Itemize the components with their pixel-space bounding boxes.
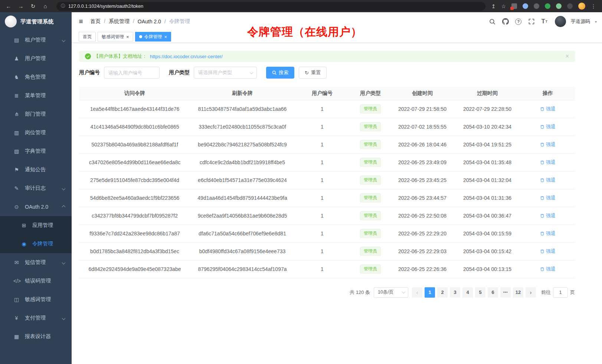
extension-icon[interactable] — [523, 3, 528, 9]
search-icon — [272, 70, 277, 75]
action-cell: 强退 — [521, 189, 575, 207]
breadcrumb-item[interactable]: 系统管理 — [109, 18, 138, 25]
extension-icon[interactable] — [511, 3, 517, 9]
app-title: 芋道管理系统 — [20, 18, 54, 25]
trash-icon — [540, 214, 544, 218]
force-logout-button[interactable]: 强退 — [540, 141, 556, 148]
breadcrumb-item[interactable]: 首页 — [90, 18, 109, 25]
sidebar-item-dict-mgmt[interactable]: ▧ 字典管理 — [0, 142, 72, 161]
sidebar-item-role-mgmt[interactable]: ♞ 角色管理 — [0, 68, 72, 86]
sidebar-item-audit-log[interactable]: ✎ 审计日志 — [0, 179, 72, 198]
page-button[interactable]: 2 — [437, 287, 448, 298]
github-icon[interactable] — [501, 17, 510, 26]
force-logout-button[interactable]: 强退 — [540, 106, 556, 112]
close-icon[interactable]: × — [126, 34, 129, 39]
force-logout-button[interactable]: 强退 — [540, 159, 556, 166]
sidebar-item-label: 租户管理 — [25, 37, 46, 43]
address-bar[interactable]: ⓘ 127.0.0.1:1024/system/oauth2/token — [56, 2, 485, 11]
tab-sensitive-word-mgmt[interactable]: 敏感词管理 × — [98, 32, 133, 42]
prev-page-button[interactable]: ‹ — [412, 287, 422, 298]
reload-icon[interactable]: ↻ — [28, 1, 38, 11]
app-shell: 芋道管理系统 ▤ 租户管理 ♟ 用户管理 ♞ 角色管理 ≣ 菜单 — [0, 12, 602, 364]
page-button[interactable]: 6 — [488, 287, 498, 298]
sidebar-item-label: 应用管理 — [32, 222, 53, 229]
tab-token-mgmt[interactable]: 令牌管理 × — [135, 32, 171, 42]
doc-link[interactable]: https://doc.iocoder.cn/user-center/ — [150, 54, 223, 59]
back-icon[interactable]: ← — [4, 1, 13, 11]
refresh-token-cell: e6cfd40eb1f54571a31e775e039c4624 — [190, 171, 294, 189]
sidebar-item-tenant-mgmt[interactable]: ▤ 租户管理 — [0, 31, 72, 49]
sidebar-item-label: OAuth 2.0 — [25, 204, 48, 210]
page-button[interactable]: 3 — [450, 287, 460, 298]
sidebar-item-menu-mgmt[interactable]: ≣ 菜单管理 — [0, 86, 72, 105]
hamburger-icon[interactable]: ≡ — [72, 12, 90, 31]
force-logout-button[interactable]: 强退 — [540, 123, 556, 130]
force-logout-button[interactable]: 强退 — [540, 266, 556, 272]
forward-icon[interactable]: → — [16, 1, 26, 11]
more-pages-button[interactable]: ⋯ — [500, 287, 511, 298]
sidebar-item-dept-mgmt[interactable]: ⋔ 部门管理 — [0, 105, 72, 123]
breadcrumb-item[interactable]: OAuth 2.0 — [138, 19, 169, 24]
sidebar-item-app-mgmt[interactable]: ⊞ 应用管理 — [0, 216, 72, 235]
force-logout-button[interactable]: 强退 — [540, 248, 556, 255]
action-cell: 强退 — [521, 153, 575, 171]
force-logout-button[interactable]: 强退 — [540, 230, 556, 237]
sidebar-item-sms-mgmt[interactable]: ✉ 短信管理 — [0, 253, 72, 272]
tab-home[interactable]: 首页 — [79, 32, 96, 42]
user-name[interactable]: 芋道源码 — [571, 18, 590, 25]
search-button[interactable]: 搜索 — [266, 67, 294, 79]
force-logout-button[interactable]: 强退 — [540, 212, 556, 219]
home-icon[interactable]: ⌂ — [40, 1, 50, 11]
sidebar-item-report-designer[interactable]: ▦ 报表设计器 — [0, 327, 72, 346]
bookmark-star-icon[interactable]: ☆ — [501, 3, 506, 9]
help-icon[interactable]: ? — [514, 17, 523, 26]
audit-icon: ✎ — [13, 185, 20, 191]
font-size-icon[interactable]: T — [540, 17, 549, 26]
reset-button[interactable]: ↻ 重置 — [299, 67, 327, 79]
page-button[interactable]: 4 — [462, 287, 473, 298]
sidebar-item-payment-mgmt[interactable]: ¥ 支付管理 — [0, 309, 72, 327]
sidebar-item-post-mgmt[interactable]: ▥ 岗位管理 — [0, 123, 72, 142]
extension-icon[interactable] — [556, 3, 562, 9]
user-type-cell: 管理员 — [350, 189, 391, 207]
browser-profile-avatar[interactable] — [578, 3, 585, 10]
sidebar-item-user-mgmt[interactable]: ♟ 用户管理 — [0, 49, 72, 68]
app-logo[interactable]: 芋道管理系统 — [0, 12, 72, 31]
sidebar-item-error-code-mgmt[interactable]: </> 错误码管理 — [0, 272, 72, 290]
page-button[interactable]: 1 — [425, 287, 435, 298]
search-icon[interactable] — [488, 17, 497, 26]
col-access-token: 访问令牌 — [79, 87, 190, 100]
sidebar-item-sensitive-word-mgmt[interactable]: ◫ 敏感词管理 — [0, 290, 72, 309]
check-circle-icon — [85, 53, 91, 59]
force-logout-button[interactable]: 强退 — [540, 195, 556, 201]
sidebar-item-notice-mgmt[interactable]: ⚑ 通知公告 — [0, 161, 72, 179]
force-logout-button[interactable]: 强退 — [540, 177, 556, 183]
sidebar-item-label: 敏感词管理 — [25, 296, 51, 303]
browser-menu-icon[interactable]: ⋮ — [591, 3, 596, 9]
user-avatar[interactable] — [555, 16, 566, 27]
fullscreen-icon[interactable] — [527, 17, 536, 26]
user-id-cell: 1 — [294, 260, 350, 278]
user-id-cell: 1 — [294, 242, 350, 260]
page-button[interactable]: 5 — [475, 287, 485, 298]
user-type-select[interactable]: 请选择用户类型 — [194, 67, 257, 79]
close-icon[interactable]: × — [566, 53, 569, 60]
extension-icon[interactable] — [567, 3, 573, 9]
sidebar-item-token-mgmt[interactable]: ◉ 令牌管理 — [0, 235, 72, 253]
site-info-icon[interactable]: ⓘ — [61, 3, 65, 9]
action-cell: 强退 — [521, 260, 575, 278]
share-icon[interactable]: ↥ — [491, 3, 496, 9]
goto-page-input[interactable] — [553, 287, 568, 298]
navbar: ≡ 首页 系统管理 OAuth 2.0 令牌管理 ? — [72, 12, 602, 31]
page-size-select[interactable]: 10条/页 — [374, 287, 408, 298]
caret-down-icon[interactable]: ▾ — [595, 20, 597, 24]
expire-time-cell: 2054-03-04 00:36:47 — [454, 207, 521, 225]
sidebar-item-oauth2[interactable]: ⊙ OAuth 2.0 — [0, 198, 72, 216]
next-page-button[interactable]: › — [526, 287, 536, 298]
extension-icon[interactable] — [545, 3, 550, 9]
extension-icon[interactable] — [534, 3, 539, 9]
user-id-input[interactable] — [104, 67, 160, 79]
page-button[interactable]: 12 — [513, 287, 523, 298]
close-icon[interactable]: × — [164, 34, 167, 39]
refresh-token-cell: 8796295f04064c2983414cc54af1097a — [190, 260, 294, 278]
